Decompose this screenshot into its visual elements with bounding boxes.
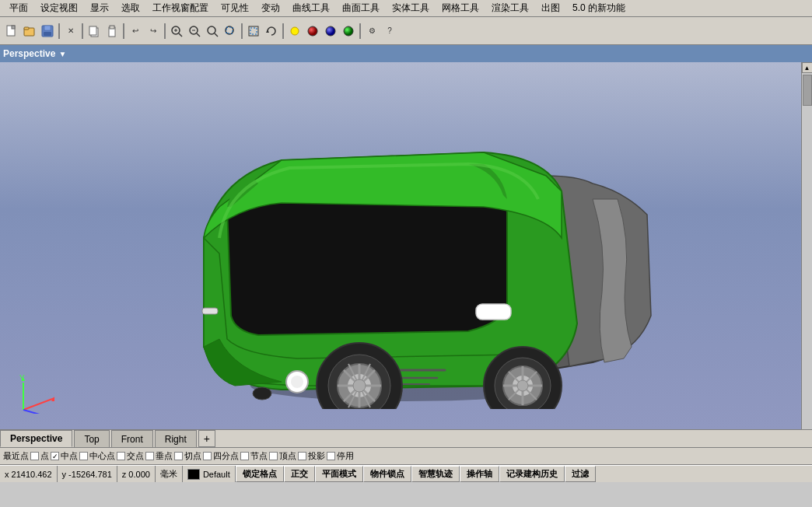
- toolbar-btn-zoom-out[interactable]: [186, 23, 203, 40]
- toolbar-btn-paste[interactable]: [103, 23, 121, 40]
- toolbar-btn-undo[interactable]: ↩: [127, 23, 144, 40]
- svg-rect-34: [476, 304, 511, 320]
- snap-perp-checkbox[interactable]: [145, 452, 154, 460]
- snap-tan-checkbox[interactable]: [174, 452, 183, 460]
- toolbar-btn-open[interactable]: [21, 23, 38, 40]
- menu-visibility[interactable]: 可见性: [215, 0, 255, 16]
- status-operation-axis[interactable]: 操作轴: [460, 466, 499, 482]
- status-plane-mode[interactable]: 平面模式: [315, 466, 363, 482]
- snap-point-checkbox[interactable]: [30, 452, 39, 460]
- toolbar-btn-save[interactable]: [39, 23, 56, 40]
- menu-select[interactable]: 选取: [115, 0, 146, 16]
- snap-project: 投影: [298, 450, 325, 462]
- status-smart-track[interactable]: 智慧轨迹: [411, 466, 460, 482]
- toolbar-sep-4: [164, 23, 166, 39]
- menu-render[interactable]: 渲染工具: [485, 0, 535, 16]
- snap-knot-label: 节点: [250, 450, 268, 462]
- snap-disable: 停用: [327, 450, 354, 462]
- toolbar-btn-settings[interactable]: ⚙: [363, 23, 380, 40]
- tab-top[interactable]: Top: [74, 430, 109, 447]
- status-x-value: x 21410.462: [5, 470, 52, 479]
- status-ortho-label: 正交: [291, 468, 308, 480]
- menu-new[interactable]: 5.0 的新功能: [566, 0, 632, 16]
- toolbar-sep-3: [123, 23, 124, 39]
- menu-setview[interactable]: 设定视图: [34, 0, 84, 16]
- toolbar-btn-new[interactable]: [3, 23, 20, 40]
- menu-solid[interactable]: 实体工具: [386, 0, 436, 16]
- status-object-lock[interactable]: 物件锁点: [363, 466, 411, 482]
- axis-indicator: X Y: [16, 375, 54, 414]
- tab-bar: Perspective Top Front Right +: [0, 429, 812, 448]
- svg-line-12: [179, 33, 182, 37]
- toolbar-btn-help[interactable]: ?: [381, 23, 398, 40]
- svg-rect-21: [226, 27, 233, 33]
- viewport-dropdown-arrow[interactable]: ▼: [58, 50, 66, 58]
- scrollbar-up-arrow[interactable]: ▲: [802, 62, 813, 73]
- status-bar: x 21410.462 y -15264.781 z 0.000 毫米 Defa…: [0, 465, 812, 482]
- snap-center-checkbox[interactable]: [79, 452, 88, 460]
- toolbar-btn-light[interactable]: [286, 23, 303, 40]
- svg-point-18: [208, 26, 215, 34]
- snap-quad-checkbox[interactable]: [203, 452, 212, 460]
- status-x: x 21410.462: [0, 466, 58, 482]
- menu-transform[interactable]: 变动: [255, 0, 286, 16]
- toolbar-btn-material[interactable]: [304, 23, 321, 40]
- snap-nearest: 最近点: [3, 450, 29, 462]
- toolbar-btn-delete[interactable]: ✕: [62, 23, 79, 40]
- menu-display[interactable]: 显示: [84, 0, 115, 16]
- status-lock-grid-label: 锁定格点: [243, 468, 277, 480]
- tab-right[interactable]: Right: [155, 430, 197, 447]
- menu-curve[interactable]: 曲线工具: [286, 0, 336, 16]
- scrollbar-thumb[interactable]: [803, 75, 812, 106]
- tab-add-button[interactable]: +: [198, 430, 215, 447]
- status-filter[interactable]: 过滤: [565, 466, 596, 482]
- snap-midpoint-label: 中点: [61, 450, 78, 462]
- toolbar-btn-zoom-sel[interactable]: [222, 23, 239, 40]
- snap-disable-checkbox[interactable]: [327, 452, 335, 460]
- menu-plane[interactable]: 平面: [3, 0, 34, 16]
- svg-rect-10: [110, 26, 114, 29]
- snap-knot-checkbox[interactable]: [240, 452, 249, 460]
- toolbar-btn-render[interactable]: [322, 23, 339, 40]
- svg-point-28: [344, 26, 353, 36]
- toolbar-btn-copy[interactable]: [86, 23, 103, 40]
- toolbar-btn-redo[interactable]: ↪: [145, 23, 162, 40]
- snap-project-checkbox[interactable]: [298, 452, 306, 460]
- menu-print[interactable]: 出图: [535, 0, 566, 16]
- status-plane-mode-label: 平面模式: [322, 468, 356, 480]
- toolbar-btn-zoom-win[interactable]: [168, 23, 185, 40]
- status-record-history[interactable]: 记录建构历史: [499, 466, 565, 482]
- status-filter-label: 过滤: [572, 468, 589, 480]
- snap-intersect: 交点: [117, 450, 144, 462]
- svg-rect-23: [250, 28, 257, 34]
- snap-midpoint-checkbox[interactable]: [51, 452, 59, 460]
- snap-perp-label: 垂点: [156, 450, 173, 462]
- status-color-box: [187, 469, 200, 480]
- snap-intersect-checkbox[interactable]: [117, 452, 125, 460]
- toolbar-btn-pan[interactable]: [245, 23, 262, 40]
- svg-point-27: [326, 26, 335, 36]
- toolbar-btn-rotate[interactable]: [263, 23, 280, 40]
- menu-mesh[interactable]: 网格工具: [436, 0, 485, 16]
- scrollbar-right: ▲: [801, 62, 812, 429]
- toolbar-sep-5: [241, 23, 243, 39]
- snap-vertex-checkbox[interactable]: [269, 452, 278, 460]
- status-y-value: y -15264.781: [62, 470, 112, 479]
- svg-line-58: [23, 398, 54, 410]
- status-ortho[interactable]: 正交: [284, 466, 315, 482]
- menu-surface[interactable]: 曲面工具: [336, 0, 386, 16]
- tab-perspective[interactable]: Perspective: [0, 430, 72, 447]
- menu-workwindow[interactable]: 工作视窗配置: [146, 0, 215, 16]
- status-lock-grid[interactable]: 锁定格点: [236, 466, 284, 482]
- svg-text:Y: Y: [19, 375, 25, 383]
- svg-rect-3: [24, 27, 29, 30]
- toolbar-btn-zoom-ext[interactable]: [204, 23, 221, 40]
- svg-point-57: [517, 380, 528, 391]
- svg-line-19: [215, 33, 218, 37]
- viewport-3d[interactable]: X Y ▲: [0, 62, 812, 429]
- tab-front[interactable]: Front: [111, 430, 153, 447]
- menubar: 平面 设定视图 显示 选取 工作视窗配置 可见性 变动 曲线工具 曲面工具 实体…: [0, 0, 812, 17]
- snap-intersect-label: 交点: [127, 450, 144, 462]
- toolbar-btn-render2[interactable]: [340, 23, 357, 40]
- snap-quad: 四分点: [203, 450, 239, 462]
